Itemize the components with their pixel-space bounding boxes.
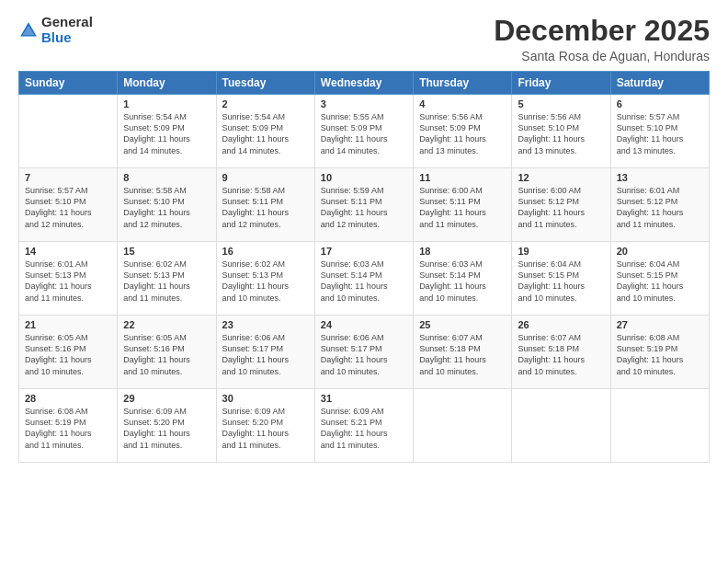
day-cell-31: 31Sunrise: 6:09 AM Sunset: 5:21 PM Dayli… bbox=[314, 389, 413, 463]
day-cell-27: 27Sunrise: 6:08 AM Sunset: 5:19 PM Dayli… bbox=[610, 316, 709, 389]
day-cell-29: 29Sunrise: 6:09 AM Sunset: 5:20 PM Dayli… bbox=[118, 389, 216, 463]
week-row-5: 28Sunrise: 6:08 AM Sunset: 5:19 PM Dayli… bbox=[19, 389, 710, 463]
empty-cell bbox=[512, 389, 610, 463]
day-info: Sunrise: 5:59 AM Sunset: 5:11 PM Dayligh… bbox=[321, 185, 407, 230]
logo-icon bbox=[18, 20, 39, 40]
day-info: Sunrise: 6:03 AM Sunset: 5:14 PM Dayligh… bbox=[419, 259, 506, 304]
day-number: 1 bbox=[123, 98, 210, 109]
day-cell-25: 25Sunrise: 6:07 AM Sunset: 5:18 PM Dayli… bbox=[414, 316, 512, 389]
day-cell-13: 13Sunrise: 6:01 AM Sunset: 5:12 PM Dayli… bbox=[610, 168, 709, 242]
day-cell-24: 24Sunrise: 6:06 AM Sunset: 5:17 PM Dayli… bbox=[314, 316, 413, 389]
day-cell-7: 7Sunrise: 5:57 AM Sunset: 5:10 PM Daylig… bbox=[19, 168, 118, 242]
day-number: 31 bbox=[321, 393, 407, 404]
day-cell-9: 9Sunrise: 5:58 AM Sunset: 5:11 PM Daylig… bbox=[216, 168, 314, 242]
day-number: 29 bbox=[123, 393, 210, 404]
logo-general-text: General bbox=[41, 15, 93, 30]
weekday-header-saturday: Saturday bbox=[610, 72, 709, 95]
empty-cell bbox=[610, 389, 709, 463]
day-cell-12: 12Sunrise: 6:00 AM Sunset: 5:12 PM Dayli… bbox=[512, 168, 610, 242]
day-info: Sunrise: 6:01 AM Sunset: 5:13 PM Dayligh… bbox=[25, 259, 111, 304]
day-number: 25 bbox=[419, 319, 506, 330]
day-info: Sunrise: 6:09 AM Sunset: 5:20 PM Dayligh… bbox=[123, 406, 210, 451]
day-number: 6 bbox=[617, 98, 703, 109]
day-cell-26: 26Sunrise: 6:07 AM Sunset: 5:18 PM Dayli… bbox=[512, 316, 610, 389]
weekday-header-sunday: Sunday bbox=[19, 72, 118, 95]
day-cell-19: 19Sunrise: 6:04 AM Sunset: 5:15 PM Dayli… bbox=[512, 242, 610, 316]
week-row-1: 1Sunrise: 5:54 AM Sunset: 5:09 PM Daylig… bbox=[19, 95, 710, 168]
weekday-header-wednesday: Wednesday bbox=[314, 72, 413, 95]
day-cell-2: 2Sunrise: 5:54 AM Sunset: 5:09 PM Daylig… bbox=[216, 95, 314, 168]
day-info: Sunrise: 6:05 AM Sunset: 5:16 PM Dayligh… bbox=[123, 332, 210, 377]
day-info: Sunrise: 6:09 AM Sunset: 5:21 PM Dayligh… bbox=[321, 406, 407, 451]
day-number: 9 bbox=[222, 172, 309, 183]
day-number: 3 bbox=[321, 98, 407, 109]
day-number: 5 bbox=[518, 98, 604, 109]
day-number: 7 bbox=[25, 172, 111, 183]
day-cell-11: 11Sunrise: 6:00 AM Sunset: 5:11 PM Dayli… bbox=[414, 168, 512, 242]
day-cell-30: 30Sunrise: 6:09 AM Sunset: 5:20 PM Dayli… bbox=[216, 389, 314, 463]
day-cell-22: 22Sunrise: 6:05 AM Sunset: 5:16 PM Dayli… bbox=[118, 316, 216, 389]
day-cell-10: 10Sunrise: 5:59 AM Sunset: 5:11 PM Dayli… bbox=[314, 168, 413, 242]
day-number: 2 bbox=[222, 98, 309, 109]
day-number: 12 bbox=[518, 172, 604, 183]
day-cell-20: 20Sunrise: 6:04 AM Sunset: 5:15 PM Dayli… bbox=[610, 242, 709, 316]
weekday-header-thursday: Thursday bbox=[414, 72, 512, 95]
day-number: 22 bbox=[123, 319, 210, 330]
day-cell-8: 8Sunrise: 5:58 AM Sunset: 5:10 PM Daylig… bbox=[118, 168, 216, 242]
location: Santa Rosa de Aguan, Honduras bbox=[494, 49, 710, 63]
day-info: Sunrise: 6:01 AM Sunset: 5:12 PM Dayligh… bbox=[617, 185, 703, 230]
day-number: 21 bbox=[25, 319, 111, 330]
day-cell-16: 16Sunrise: 6:02 AM Sunset: 5:13 PM Dayli… bbox=[216, 242, 314, 316]
day-info: Sunrise: 5:57 AM Sunset: 5:10 PM Dayligh… bbox=[617, 111, 703, 156]
day-cell-15: 15Sunrise: 6:02 AM Sunset: 5:13 PM Dayli… bbox=[118, 242, 216, 316]
day-number: 4 bbox=[419, 98, 506, 109]
day-cell-23: 23Sunrise: 6:06 AM Sunset: 5:17 PM Dayli… bbox=[216, 316, 314, 389]
logo-text: General Blue bbox=[41, 15, 93, 45]
day-info: Sunrise: 6:08 AM Sunset: 5:19 PM Dayligh… bbox=[25, 406, 111, 451]
day-info: Sunrise: 6:07 AM Sunset: 5:18 PM Dayligh… bbox=[419, 332, 506, 377]
title-area: December 2025 Santa Rosa de Aguan, Hondu… bbox=[494, 15, 710, 63]
day-info: Sunrise: 6:00 AM Sunset: 5:11 PM Dayligh… bbox=[419, 185, 506, 230]
day-number: 28 bbox=[25, 393, 111, 404]
day-cell-21: 21Sunrise: 6:05 AM Sunset: 5:16 PM Dayli… bbox=[19, 316, 118, 389]
day-info: Sunrise: 5:56 AM Sunset: 5:10 PM Dayligh… bbox=[518, 111, 604, 156]
logo-blue-text: Blue bbox=[41, 30, 93, 46]
day-number: 15 bbox=[123, 246, 210, 257]
day-info: Sunrise: 6:03 AM Sunset: 5:14 PM Dayligh… bbox=[321, 259, 407, 304]
day-info: Sunrise: 6:06 AM Sunset: 5:17 PM Dayligh… bbox=[321, 332, 407, 377]
day-info: Sunrise: 6:07 AM Sunset: 5:18 PM Dayligh… bbox=[518, 332, 604, 377]
week-row-4: 21Sunrise: 6:05 AM Sunset: 5:16 PM Dayli… bbox=[19, 316, 710, 389]
day-cell-4: 4Sunrise: 5:56 AM Sunset: 5:09 PM Daylig… bbox=[414, 95, 512, 168]
day-info: Sunrise: 6:02 AM Sunset: 5:13 PM Dayligh… bbox=[222, 259, 309, 304]
day-cell-17: 17Sunrise: 6:03 AM Sunset: 5:14 PM Dayli… bbox=[314, 242, 413, 316]
day-number: 24 bbox=[321, 319, 407, 330]
week-row-3: 14Sunrise: 6:01 AM Sunset: 5:13 PM Dayli… bbox=[19, 242, 710, 316]
calendar-table: SundayMondayTuesdayWednesdayThursdayFrid… bbox=[18, 71, 710, 463]
header: General Blue December 2025 Santa Rosa de… bbox=[18, 15, 710, 63]
calendar-page: General Blue December 2025 Santa Rosa de… bbox=[0, 0, 728, 563]
day-cell-28: 28Sunrise: 6:08 AM Sunset: 5:19 PM Dayli… bbox=[19, 389, 118, 463]
day-number: 23 bbox=[222, 319, 309, 330]
weekday-header-tuesday: Tuesday bbox=[216, 72, 314, 95]
day-info: Sunrise: 6:04 AM Sunset: 5:15 PM Dayligh… bbox=[518, 259, 604, 304]
day-info: Sunrise: 6:06 AM Sunset: 5:17 PM Dayligh… bbox=[222, 332, 309, 377]
day-cell-6: 6Sunrise: 5:57 AM Sunset: 5:10 PM Daylig… bbox=[610, 95, 709, 168]
day-info: Sunrise: 5:56 AM Sunset: 5:09 PM Dayligh… bbox=[419, 111, 506, 156]
day-number: 19 bbox=[518, 246, 604, 257]
day-cell-3: 3Sunrise: 5:55 AM Sunset: 5:09 PM Daylig… bbox=[314, 95, 413, 168]
day-info: Sunrise: 6:08 AM Sunset: 5:19 PM Dayligh… bbox=[617, 332, 703, 377]
day-info: Sunrise: 6:00 AM Sunset: 5:12 PM Dayligh… bbox=[518, 185, 604, 230]
day-number: 16 bbox=[222, 246, 309, 257]
day-info: Sunrise: 6:04 AM Sunset: 5:15 PM Dayligh… bbox=[617, 259, 703, 304]
day-info: Sunrise: 6:02 AM Sunset: 5:13 PM Dayligh… bbox=[123, 259, 210, 304]
day-number: 26 bbox=[518, 319, 604, 330]
day-number: 13 bbox=[617, 172, 703, 183]
empty-cell bbox=[19, 95, 118, 168]
day-info: Sunrise: 5:54 AM Sunset: 5:09 PM Dayligh… bbox=[222, 111, 309, 156]
empty-cell bbox=[414, 389, 512, 463]
day-number: 14 bbox=[25, 246, 111, 257]
day-info: Sunrise: 5:57 AM Sunset: 5:10 PM Dayligh… bbox=[25, 185, 111, 230]
day-info: Sunrise: 5:58 AM Sunset: 5:10 PM Dayligh… bbox=[123, 185, 210, 230]
day-number: 18 bbox=[419, 246, 506, 257]
day-cell-18: 18Sunrise: 6:03 AM Sunset: 5:14 PM Dayli… bbox=[414, 242, 512, 316]
